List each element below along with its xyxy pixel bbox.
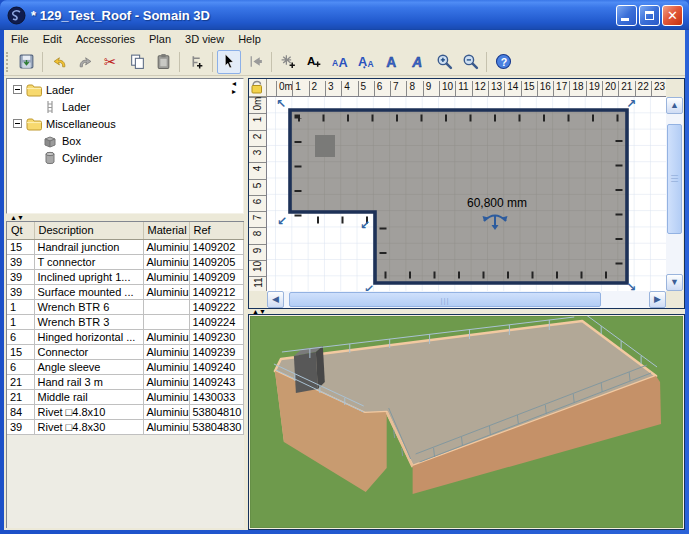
h-ruler-label: 12 xyxy=(472,81,486,97)
menu-item-edit[interactable]: Edit xyxy=(36,31,69,47)
svg-text:↙: ↙ xyxy=(360,218,370,232)
add-dimension-icon xyxy=(280,53,297,70)
text-bold-button[interactable]: A xyxy=(380,50,404,74)
app-window: * 129_Test_Roof - Somain 3D ✕ FileEditAc… xyxy=(0,0,689,534)
add-text-button[interactable]: A xyxy=(302,50,326,74)
column-header-qt[interactable]: Qt xyxy=(7,222,34,239)
table-row[interactable]: 6Angle sleeveAluminium1409240 xyxy=(7,359,243,374)
scroll-up-button[interactable]: ▲ xyxy=(666,97,683,114)
menu-item-help[interactable]: Help xyxy=(231,31,268,47)
scroll-right-button[interactable]: ▶ xyxy=(649,291,666,308)
minimize-button[interactable] xyxy=(616,5,637,26)
column-header-ref[interactable]: Ref xyxy=(189,222,243,239)
zoom-in-button[interactable] xyxy=(432,50,456,74)
scroll-left-button[interactable]: ◀ xyxy=(267,291,284,308)
table-cell: 15 xyxy=(7,344,34,359)
table-cell: Handrail junction xyxy=(34,239,143,254)
tree-node-lader[interactable]: Lader xyxy=(7,81,243,98)
horizontal-scroll-thumb[interactable]: ||| xyxy=(289,292,601,307)
scroll-down-button[interactable]: ▼ xyxy=(666,274,683,291)
svg-text:↙: ↙ xyxy=(364,282,374,291)
roof-obstacle-box[interactable] xyxy=(315,135,335,157)
accessories-tree[interactable]: LaderLaderMiscellaneousBoxCylinder xyxy=(6,78,244,214)
table-row[interactable]: 21Middle railAluminium1430033 xyxy=(7,389,243,404)
menu-item-3d-view[interactable]: 3D view xyxy=(178,31,231,47)
table-cell: 1409230 xyxy=(189,329,243,344)
plan-vertical-scrollbar[interactable]: ▲ ||| ▼ xyxy=(666,97,683,291)
svg-text:A: A xyxy=(338,55,347,70)
table-cell: 6 xyxy=(7,329,34,344)
help-button[interactable]: ? xyxy=(491,50,515,74)
save-button[interactable] xyxy=(14,50,38,74)
table-cell: 1 xyxy=(7,314,34,329)
text-italic-icon: A xyxy=(410,53,427,70)
menu-item-plan[interactable]: Plan xyxy=(142,31,178,47)
tree-leaf-box[interactable]: Box xyxy=(7,132,243,149)
tree-expander-icon[interactable] xyxy=(13,85,22,94)
font-decrease-button[interactable]: AA xyxy=(354,50,378,74)
pan-arrow-button[interactable] xyxy=(243,50,267,74)
table-cell: 1409239 xyxy=(189,344,243,359)
table-row[interactable]: 15ConnectorAluminium1409239 xyxy=(7,344,243,359)
select-button[interactable] xyxy=(217,50,241,74)
zoom-out-button[interactable] xyxy=(458,50,482,74)
svg-text:?: ? xyxy=(500,56,506,68)
tree-node-miscellaneous[interactable]: Miscellaneous xyxy=(7,115,243,132)
table-row[interactable]: 84Rivet □4.8x10Aluminium53804810 xyxy=(7,404,243,419)
copy-button[interactable] xyxy=(125,50,149,74)
v-ruler-label: 8 xyxy=(249,227,267,243)
tree-leaf-lader[interactable]: Lader xyxy=(7,98,243,115)
toolbar-separator xyxy=(212,52,213,72)
redo-button[interactable] xyxy=(73,50,97,74)
menu-item-accessories[interactable]: Accessories xyxy=(69,31,142,47)
cut-button[interactable]: ✂ xyxy=(99,50,123,74)
text-italic-button[interactable]: A xyxy=(406,50,430,74)
add-dimension-button[interactable] xyxy=(276,50,300,74)
plan-horizontal-scrollbar[interactable]: ◀ ||| ▶ xyxy=(267,291,666,308)
table-row[interactable]: 6Hinged horizontal ...Aluminium1409230 xyxy=(7,329,243,344)
vertical-scroll-thumb[interactable]: ||| xyxy=(667,124,682,234)
add-post-button[interactable] xyxy=(184,50,208,74)
ladder-icon xyxy=(42,100,58,114)
svg-text:↙: ↙ xyxy=(277,214,287,228)
tree-node-label: Miscellaneous xyxy=(46,118,116,130)
table-cell: Aluminium xyxy=(143,269,189,284)
table-row[interactable]: 15Handrail junctionAluminium1409202 xyxy=(7,239,243,254)
titlebar[interactable]: * 129_Test_Roof - Somain 3D ✕ xyxy=(0,0,689,30)
h-ruler-label: 9 xyxy=(423,81,432,97)
paste-button[interactable] xyxy=(151,50,175,74)
svg-text:✂: ✂ xyxy=(104,54,116,70)
v-ruler-label: 1 xyxy=(249,113,267,129)
save-icon xyxy=(18,53,35,70)
table-cell: 53804830 xyxy=(189,419,243,434)
table-row[interactable]: 39T connectorAluminium1409205 xyxy=(7,254,243,269)
toolbar-separator xyxy=(271,52,272,72)
window-title: * 129_Test_Roof - Somain 3D xyxy=(31,8,210,23)
font-increase-button[interactable]: AA xyxy=(328,50,352,74)
plan-canvas[interactable]: 60,800 mm ↖ ↗ ↘ ↙ ↙ ↙ xyxy=(267,97,666,291)
column-header-description[interactable]: Description xyxy=(34,222,143,239)
table-cell: Wrench BTR 3 xyxy=(34,314,143,329)
table-row[interactable]: 1Wrench BTR 31409224 xyxy=(7,314,243,329)
box-icon xyxy=(42,134,58,148)
table-row[interactable]: 1Wrench BTR 61409222 xyxy=(7,299,243,314)
vertical-splitter-handle[interactable]: ◂▸ xyxy=(232,80,244,98)
tree-expander-icon[interactable] xyxy=(13,119,22,128)
view-3d-canvas[interactable] xyxy=(250,316,683,528)
table-row[interactable]: 39Surface mounted ...Aluminium1409212 xyxy=(7,284,243,299)
menu-item-file[interactable]: File xyxy=(4,31,36,47)
table-cell: 1409240 xyxy=(189,359,243,374)
table-cell: 39 xyxy=(7,284,34,299)
tree-leaf-cylinder[interactable]: Cylinder xyxy=(7,149,243,166)
maximize-button[interactable] xyxy=(639,5,660,26)
close-button[interactable]: ✕ xyxy=(662,5,683,26)
table-cell: Aluminium xyxy=(143,239,189,254)
undo-button[interactable] xyxy=(47,50,71,74)
table-row[interactable]: 39Inclined upright 1...Aluminium1409209 xyxy=(7,269,243,284)
table-row[interactable]: 21Hand rail 3 mAluminium1409243 xyxy=(7,374,243,389)
table-cell: Aluminium xyxy=(143,254,189,269)
table-row[interactable]: 39Rivet □4.8x30Aluminium53804830 xyxy=(7,419,243,434)
toolbar-grip[interactable] xyxy=(6,52,13,72)
column-header-material[interactable]: Material xyxy=(143,222,189,239)
toolbar: ✂AAAAAAA? xyxy=(4,48,685,76)
